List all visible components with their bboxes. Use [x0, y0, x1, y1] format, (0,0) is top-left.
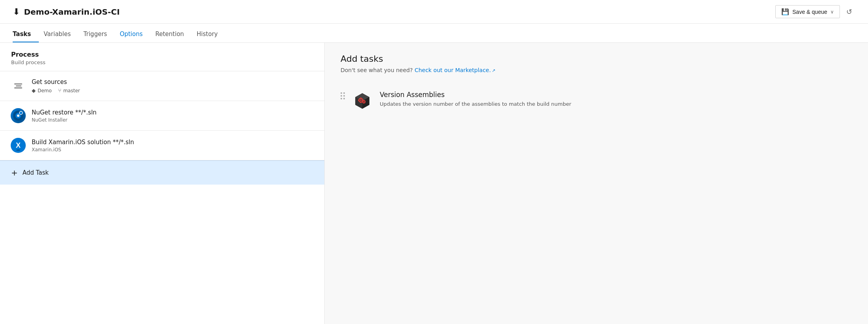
version-assemblies-icon: [353, 91, 372, 110]
tab-history-label: History: [197, 30, 218, 38]
task-item-nuget[interactable]: NuGet restore **/*.sln NuGet Installer: [0, 101, 324, 131]
get-sources-icon-area: [11, 84, 25, 88]
xamarin-icon-area: X: [11, 138, 25, 153]
app-title: Demo-Xamarin.iOS-CI: [24, 7, 120, 17]
svg-point-18: [363, 101, 364, 102]
header-right: 💾 Save & queue ∨ ↺: [775, 5, 855, 18]
branch-icon: ⑂: [58, 88, 61, 93]
process-header: Process Build process: [0, 43, 324, 71]
external-link-icon: ↗: [492, 68, 495, 73]
tab-tasks[interactable]: Tasks: [13, 30, 39, 42]
drag-dot: [343, 95, 345, 97]
drag-dot: [341, 98, 342, 99]
drag-dot: [343, 92, 345, 94]
nuget-icon: [11, 108, 26, 123]
save-queue-button[interactable]: 💾 Save & queue ∨: [775, 5, 840, 18]
add-task-plus-icon: +: [11, 168, 18, 177]
marketplace-link-text: Check out our Marketplace.: [415, 67, 491, 73]
drag-dot: [341, 95, 342, 97]
get-sources-info: Get sources ◆ Demo ⑂ master: [32, 78, 313, 93]
add-task-row[interactable]: + Add Task: [0, 160, 324, 185]
version-assemblies-description: Updates the version number of the assemb…: [380, 101, 852, 108]
xamarin-task-name: Build Xamarin.iOS solution **/*.sln: [32, 139, 313, 146]
tab-retention-label: Retention: [155, 30, 184, 38]
tab-options-label: Options: [120, 30, 143, 38]
repo-name: Demo: [38, 88, 52, 93]
tab-variables-label: Variables: [44, 30, 71, 38]
process-title: Process: [11, 51, 313, 58]
repo-icon: ◆: [32, 88, 36, 93]
subtitle-text: Don't see what you need?: [341, 67, 413, 73]
drag-dot: [343, 98, 345, 99]
xamarin-task-sub: Xamarin.iOS: [32, 147, 313, 152]
svg-point-3: [19, 111, 23, 114]
drag-dot: [341, 92, 342, 94]
svg-text:X: X: [16, 141, 21, 149]
get-sources-repo: ◆ Demo: [32, 88, 52, 93]
save-icon: 💾: [781, 8, 789, 15]
main-content: Process Build process Get sources: [0, 43, 868, 324]
get-sources-icon: [14, 84, 22, 88]
undo-button[interactable]: ↺: [843, 6, 855, 18]
app-header: ⬇ Demo-Xamarin.iOS-CI 💾 Save & queue ∨ ↺: [0, 0, 868, 24]
svg-rect-15: [358, 100, 359, 101]
svg-point-2: [17, 114, 19, 117]
get-sources-name: Get sources: [32, 78, 313, 86]
xamarin-info: Build Xamarin.iOS solution **/*.sln Xama…: [32, 139, 313, 152]
process-subtitle: Build process: [11, 59, 313, 65]
tab-triggers[interactable]: Triggers: [84, 30, 115, 42]
tab-retention[interactable]: Retention: [155, 30, 192, 42]
save-queue-label: Save & queue: [792, 9, 827, 15]
tab-variables[interactable]: Variables: [44, 30, 79, 42]
undo-icon: ↺: [846, 8, 852, 16]
drag-handle[interactable]: [341, 91, 345, 99]
task-item-get-sources[interactable]: Get sources ◆ Demo ⑂ master: [0, 71, 324, 101]
nuget-task-sub: NuGet Installer: [32, 117, 313, 123]
nuget-icon-area: [11, 108, 25, 123]
svg-rect-14: [360, 102, 362, 103]
svg-rect-13: [360, 97, 362, 99]
xamarin-icon: X: [11, 138, 26, 153]
marketplace-link[interactable]: Check out our Marketplace.↗: [415, 67, 495, 73]
tab-triggers-label: Triggers: [84, 30, 107, 38]
add-tasks-subtitle: Don't see what you need? Check out our M…: [341, 67, 852, 73]
nuget-task-name: NuGet restore **/*.sln: [32, 109, 313, 116]
app-icon: ⬇: [13, 7, 20, 17]
tab-history[interactable]: History: [197, 30, 226, 42]
svg-point-6: [16, 149, 20, 151]
left-panel: Process Build process Get sources: [0, 43, 325, 324]
tab-options[interactable]: Options: [120, 30, 150, 42]
right-panel: Add tasks Don't see what you need? Check…: [325, 43, 868, 324]
svg-point-12: [360, 99, 362, 101]
get-sources-meta: ◆ Demo ⑂ master: [32, 88, 313, 93]
version-assemblies-info: Version Assemblies Updates the version n…: [380, 91, 852, 108]
branch-name: master: [63, 88, 80, 93]
nav-tabs: Tasks Variables Triggers Options Retenti…: [0, 24, 868, 43]
dropdown-arrow-icon: ∨: [830, 9, 834, 15]
nuget-info: NuGet restore **/*.sln NuGet Installer: [32, 109, 313, 123]
header-left: ⬇ Demo-Xamarin.iOS-CI: [13, 7, 120, 17]
get-sources-branch: ⑂ master: [58, 88, 80, 93]
add-tasks-title: Add tasks: [341, 54, 852, 64]
add-task-label: Add Task: [23, 169, 49, 176]
version-assemblies-name: Version Assemblies: [380, 91, 852, 99]
tab-tasks-label: Tasks: [13, 30, 31, 38]
task-item-xamarin[interactable]: X Build Xamarin.iOS solution **/*.sln Xa…: [0, 131, 324, 160]
version-assemblies-card: Version Assemblies Updates the version n…: [341, 84, 852, 116]
task-list: Get sources ◆ Demo ⑂ master: [0, 71, 324, 324]
